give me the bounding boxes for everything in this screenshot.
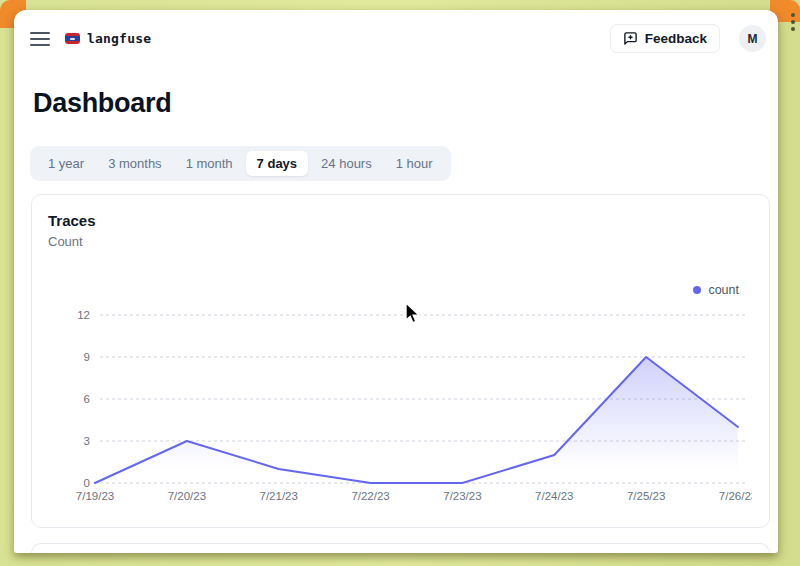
svg-text:12: 12 xyxy=(77,309,90,321)
page-title: Dashboard xyxy=(33,88,778,119)
frame-menu-dots-icon[interactable] xyxy=(791,13,795,31)
brand[interactable]: langfuse xyxy=(65,31,151,46)
traces-area-chart[interactable]: 0369127/19/237/20/237/21/237/22/237/23/2… xyxy=(48,303,753,507)
tab-1-month[interactable]: 1 month xyxy=(175,151,244,176)
tab-3-months[interactable]: 3 months xyxy=(97,151,172,176)
svg-text:7/20/23: 7/20/23 xyxy=(168,490,206,502)
next-card-partial xyxy=(31,543,770,553)
svg-text:9: 9 xyxy=(84,351,90,363)
tab-24-hours[interactable]: 24 hours xyxy=(310,151,383,176)
feedback-button[interactable]: Feedback xyxy=(610,24,720,53)
svg-text:7/24/23: 7/24/23 xyxy=(535,490,573,502)
tab-1-hour[interactable]: 1 hour xyxy=(385,151,444,176)
card-title: Traces xyxy=(48,212,753,229)
tab-7-days[interactable]: 7 days xyxy=(246,151,308,176)
svg-text:0: 0 xyxy=(84,477,90,489)
svg-text:7/26/23: 7/26/23 xyxy=(719,490,752,502)
svg-text:3: 3 xyxy=(84,435,90,447)
svg-text:6: 6 xyxy=(84,393,90,405)
legend-label: count xyxy=(708,283,739,297)
feedback-label: Feedback xyxy=(645,31,707,46)
card-subtitle: Count xyxy=(48,234,753,249)
svg-text:7/25/23: 7/25/23 xyxy=(627,490,665,502)
top-bar: langfuse Feedback M xyxy=(14,10,778,53)
svg-text:7/19/23: 7/19/23 xyxy=(76,490,114,502)
svg-text:7/23/23: 7/23/23 xyxy=(443,490,481,502)
app-window: langfuse Feedback M Dashboard xyxy=(14,10,778,553)
svg-text:7/22/23: 7/22/23 xyxy=(351,490,389,502)
brand-name: langfuse xyxy=(87,31,151,46)
user-avatar[interactable]: M xyxy=(739,25,766,52)
screenshot-frame: langfuse Feedback M Dashboard xyxy=(0,0,800,566)
langfuse-logo-icon xyxy=(65,33,80,44)
chart-legend: count xyxy=(48,283,739,297)
legend-dot-icon xyxy=(693,286,701,294)
svg-text:7/21/23: 7/21/23 xyxy=(260,490,298,502)
date-range-tabs: 1 year 3 months 1 month 7 days 24 hours … xyxy=(30,146,451,181)
hamburger-menu-icon[interactable] xyxy=(30,31,50,47)
message-square-plus-icon xyxy=(623,31,638,46)
traces-card: Traces Count count 0369127/19/237/20/ xyxy=(31,194,770,528)
tab-1-year[interactable]: 1 year xyxy=(37,151,95,176)
